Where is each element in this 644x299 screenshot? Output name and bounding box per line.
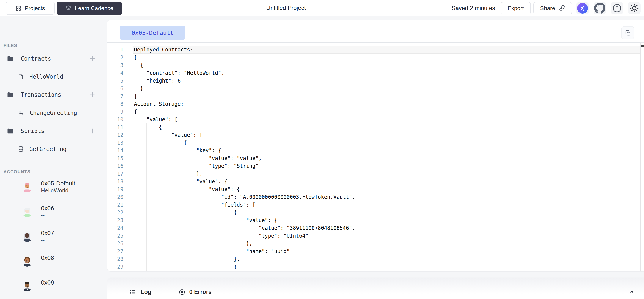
community-button[interactable] (576, 2, 589, 14)
indent-guide (159, 170, 159, 178)
indent-guide (171, 209, 172, 217)
learn-cadence-button[interactable]: Learn Cadence (56, 1, 122, 15)
line-number: 12 (107, 131, 123, 139)
code-line: 29 { (107, 263, 640, 271)
line-number: 13 (107, 139, 123, 147)
account-row-0x09[interactable]: 0x09 -- (0, 276, 107, 297)
indent-guide (221, 263, 222, 271)
page-title[interactable]: Untitled Project (266, 5, 306, 11)
indent-guide (171, 232, 172, 240)
indent-guide (171, 201, 172, 209)
indent-guide (196, 154, 196, 162)
indent-guide (184, 147, 184, 154)
code-line-text: "fields": [ (134, 201, 640, 209)
info-button[interactable] (611, 2, 623, 14)
code-line: 15 "value": "value", (107, 154, 640, 162)
code-line-text: "value": { (134, 178, 640, 186)
collapse-log-button[interactable] (628, 288, 636, 297)
indent-guide (184, 193, 184, 201)
files-heading: FILES (4, 43, 17, 48)
scrollbar-thumb[interactable] (641, 45, 644, 47)
indent-guide (196, 232, 196, 240)
code-line: 17 }, (107, 170, 640, 178)
indent-guide (209, 263, 209, 271)
script-icon (18, 146, 24, 152)
account-row-0x05-default[interactable]: 0x05-Default HelloWorld (0, 177, 107, 197)
avatar (22, 231, 32, 242)
line-number: 16 (107, 162, 123, 170)
sidebar-folder-transactions[interactable]: Transactions (0, 88, 107, 101)
avatar (22, 256, 32, 267)
copy-button[interactable] (621, 26, 634, 39)
indent-guide (209, 248, 209, 255)
indent-guide (184, 186, 184, 193)
export-button[interactable]: Export (500, 2, 530, 14)
code-line: 25 "type": "UInt64" (107, 232, 640, 240)
code-line: 22 { (107, 209, 640, 217)
line-number: 3 (107, 61, 123, 69)
app-root: Projects Learn Cadence Untitled Project … (0, 0, 644, 299)
header-actions: Saved 2 minutes Export Share (452, 0, 640, 16)
code-line: 16 "type": "String" (107, 162, 640, 170)
indent-guide (134, 147, 134, 154)
add-file-button[interactable] (88, 90, 96, 99)
code-line: 2 [ (107, 54, 640, 61)
projects-button[interactable]: Projects (6, 1, 54, 15)
indent-guide (184, 224, 184, 232)
indent-guide (171, 186, 172, 193)
sidebar-file-helloworld[interactable]: HelloWorld (0, 70, 107, 83)
add-file-button[interactable] (88, 54, 96, 63)
code-line: 3 { (107, 61, 640, 69)
sidebar-folder-contracts[interactable]: Contracts (0, 52, 107, 65)
share-button[interactable]: Share (533, 2, 572, 14)
line-number: 5 (107, 77, 123, 85)
indent-guide (146, 217, 147, 224)
account-deployed-contract: -- (41, 286, 54, 293)
code-line-text: "value": { (134, 186, 640, 193)
indent-guide (146, 201, 147, 209)
indent-guide (146, 147, 147, 154)
sidebar-file-getgreeting[interactable]: GetGreeting (0, 143, 107, 156)
github-button[interactable] (594, 2, 606, 14)
avatar (22, 281, 32, 292)
account-row-0x06[interactable]: 0x06 -- (0, 201, 107, 222)
indent-guide (221, 217, 222, 224)
code-line: 4 "contract": "HelloWorld", (107, 69, 640, 77)
sidebar-folder-scripts[interactable]: Scripts (0, 124, 107, 137)
indent-guide (184, 170, 184, 178)
code-line-text: "type": "UInt64" (134, 232, 640, 240)
account-deployed-contract: -- (41, 237, 54, 244)
add-file-button[interactable] (88, 127, 96, 135)
indent-guide (140, 61, 140, 69)
indent-guide (184, 154, 184, 162)
scrollbar-track (640, 43, 640, 272)
learn-cadence-label: Learn Cadence (75, 5, 114, 12)
projects-button-label: Projects (25, 5, 45, 12)
log-tab-label[interactable]: Log (140, 289, 151, 295)
indent-guide (134, 131, 134, 139)
indent-guide (146, 224, 147, 232)
indent-guide (159, 139, 159, 147)
code-editor[interactable]: 1 Deployed Contracts: 2 [ 3 { 4 "contrac… (107, 43, 644, 272)
indent-guide (171, 255, 172, 263)
theme-toggle-button[interactable] (628, 2, 640, 14)
sidebar-file-changegreeting[interactable]: ChangeGreeting (0, 106, 107, 119)
indent-guide (196, 209, 196, 217)
account-address: 0x09 (41, 279, 54, 286)
account-row-0x08[interactable]: 0x08 -- (0, 251, 107, 272)
indent-guide (146, 139, 147, 147)
code-line-text: { (134, 108, 640, 116)
account-row-0x07[interactable]: 0x07 -- (0, 226, 107, 247)
tab-0x05-default[interactable]: 0x05-Default (120, 26, 186, 40)
indent-guide (184, 209, 184, 217)
code-line: 18 "value": { (107, 178, 640, 186)
avatar (22, 182, 32, 192)
line-number: 23 (107, 217, 123, 224)
errors-tab[interactable]: 0 Errors (179, 289, 212, 295)
indent-guide (196, 224, 196, 232)
code-line-text: "value": "value", (134, 154, 640, 162)
code-line: 19 "value": { (107, 186, 640, 193)
flow-runner-icon (577, 3, 588, 13)
github-icon (594, 2, 606, 14)
transaction-icon (18, 109, 24, 116)
